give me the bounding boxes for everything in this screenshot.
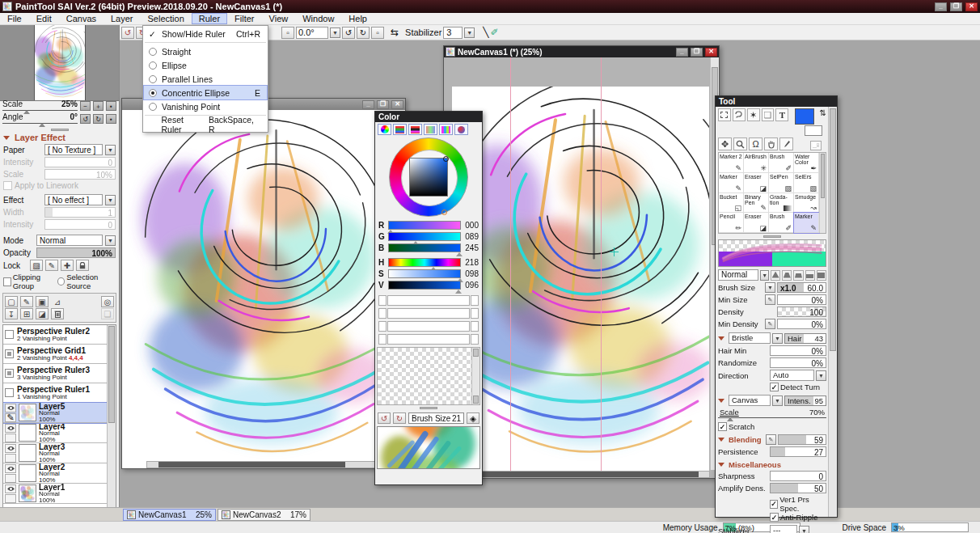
canvas-viewport[interactable] <box>444 57 719 478</box>
tool-marker-selected[interactable]: Marker✎ <box>794 213 819 233</box>
menu-view[interactable]: View <box>262 13 296 24</box>
tool-bucket[interactable]: Bucket◱ <box>719 193 744 214</box>
panel-splitter-handle[interactable] <box>51 129 69 131</box>
horizontal-scrollbar[interactable] <box>444 471 710 478</box>
layer-row-layer1[interactable]: Layer1Normal100% <box>3 484 107 504</box>
tool-panel-scrollbar[interactable] <box>828 107 837 517</box>
menu-ruler[interactable]: Ruler <box>192 13 227 24</box>
swatches-tab[interactable] <box>439 124 453 135</box>
tab-newcanvas1[interactable]: NewCanvas1 25% <box>123 509 216 521</box>
tool-stabilizer-dropdown-button[interactable]: ▼ <box>799 526 809 533</box>
visibility-eye-icon[interactable] <box>5 484 16 493</box>
v-slider[interactable] <box>388 281 461 290</box>
secondary-color-swatch[interactable] <box>805 125 822 136</box>
color-mixer-tab[interactable] <box>424 124 437 135</box>
hue-cursor[interactable] <box>441 209 447 215</box>
ruler-enable-checkbox[interactable] <box>5 349 14 358</box>
lock-opacity-button[interactable]: ▨ <box>30 260 43 271</box>
menu-item-ellipse[interactable]: Ellipse <box>144 58 267 72</box>
scratch-undo-button[interactable]: ↺ <box>378 412 391 424</box>
transfer-down-button[interactable]: ↧ <box>5 308 18 319</box>
min-size-pressure-button[interactable]: ✎ <box>765 294 775 305</box>
rgb-slider-tab[interactable] <box>393 124 407 135</box>
delete-layer-button[interactable] <box>51 308 64 319</box>
undo-button[interactable]: ↺ <box>121 27 134 39</box>
canvas-page[interactable] <box>452 87 709 472</box>
color-wheel[interactable] <box>375 137 482 218</box>
paper-texture-dropdown-button[interactable]: ▼ <box>105 145 116 155</box>
edit-slot[interactable] <box>5 454 16 463</box>
visibility-eye-icon[interactable] <box>5 444 16 453</box>
s-slider[interactable] <box>388 269 461 278</box>
menu-help[interactable]: Help <box>341 13 374 24</box>
menu-item-concentric-ellipse[interactable]: Concentric Ellipse E <box>144 86 267 99</box>
edit-pencil-icon[interactable]: ✎ <box>5 413 16 422</box>
scratchpad-canvas[interactable] <box>377 426 480 469</box>
edit-slot[interactable] <box>5 474 16 483</box>
selection-source-radio[interactable] <box>57 277 65 286</box>
density-slider[interactable]: 100 <box>777 307 826 317</box>
shape-tool[interactable]: ❏ <box>762 108 775 121</box>
lock-all-button[interactable] <box>76 260 89 271</box>
maximize-button[interactable]: ❐ <box>377 100 389 109</box>
new-linework-layer-button[interactable]: ✎ <box>20 296 33 307</box>
canvas-texture-dropdown-button[interactable]: ▼ <box>772 396 783 406</box>
direction-select[interactable]: Auto <box>770 370 814 381</box>
tool-smudge[interactable]: Smudge↝ <box>794 193 819 214</box>
color-window-titlebar[interactable]: Color <box>375 112 482 122</box>
persistence-slider[interactable]: 27 <box>770 446 826 457</box>
min-size-slider[interactable]: 0% <box>777 294 826 305</box>
blending-slider[interactable]: 59 <box>778 434 826 445</box>
rotate-cw-button[interactable]: ↻ <box>357 27 370 39</box>
zoom-tool[interactable] <box>733 137 747 150</box>
minimize-button[interactable]: _ <box>676 48 688 57</box>
hair-count-field[interactable]: Hair 43 <box>784 333 826 344</box>
menu-file[interactable]: File <box>0 13 29 24</box>
scratch-checkbox[interactable] <box>718 422 727 431</box>
menu-edit[interactable]: Edit <box>29 13 59 24</box>
ruler-enable-checkbox[interactable] <box>5 388 14 397</box>
navigator-preview[interactable] <box>0 25 119 101</box>
transparent-color-swatch[interactable] <box>810 141 822 150</box>
close-button[interactable]: ✕ <box>965 2 978 11</box>
texture-scale-slider[interactable]: Scale 70% <box>718 408 826 418</box>
custom-slider-row[interactable] <box>375 334 482 345</box>
visibility-eye-icon[interactable] <box>5 424 16 433</box>
hair-min-slider[interactable]: 0% <box>770 345 826 356</box>
ruler-enable-checkbox[interactable] <box>5 330 14 339</box>
tool-brush2[interactable]: Brush✐ <box>769 213 794 233</box>
horizontal-scrollbar[interactable] <box>146 461 381 468</box>
direction-dropdown-button[interactable]: ▼ <box>816 370 826 381</box>
flip-canvas-icon[interactable]: ⇆ <box>391 27 399 38</box>
canvas-angle-field[interactable]: 0.0° <box>296 27 328 39</box>
lock-pixels-button[interactable]: ✎ <box>45 260 58 271</box>
menu-layer[interactable]: Layer <box>103 13 141 24</box>
rotate-right-button[interactable]: ↻ <box>93 114 103 124</box>
effect-dropdown-button[interactable]: ▼ <box>105 195 116 205</box>
rotate-left-button[interactable]: ↺ <box>80 114 91 124</box>
tool-marker2[interactable]: Marker 2✎ <box>719 153 744 173</box>
brush-edge-shape-2[interactable] <box>782 270 792 281</box>
edit-slot[interactable] <box>5 494 16 503</box>
brush-size-field[interactable]: Brush Size 21 <box>408 412 464 424</box>
brush-edge-shape-4[interactable] <box>805 270 815 281</box>
tool-grid-scrollbar[interactable] <box>819 153 826 233</box>
layer-row-perspective-ruler1[interactable]: Perspective Ruler11 Vanishing Point <box>3 383 107 403</box>
tool-selpen[interactable]: SelPen▨ <box>769 173 794 193</box>
navigator-angle-slider[interactable]: Angle 0° <box>2 112 78 124</box>
menu-canvas[interactable]: Canvas <box>59 13 103 24</box>
active-canvas-titlebar[interactable]: NewCanvas1 (*) (25%) _ ❐ ✕ <box>444 46 719 57</box>
scratch-clear-button[interactable]: ◈ <box>467 412 479 424</box>
sv-cursor[interactable] <box>443 156 449 162</box>
ver1-prs-checkbox[interactable] <box>770 500 778 509</box>
menu-window[interactable]: Window <box>295 13 341 24</box>
zoom-in-button[interactable]: ＋ <box>93 101 103 111</box>
rotate-reset-button[interactable]: ▪ <box>106 114 116 124</box>
snap-brush-icon[interactable]: ✐ <box>491 27 499 38</box>
tool-marker[interactable]: Marker✎ <box>719 173 744 193</box>
effect-select[interactable]: [ No effect ] <box>44 194 103 205</box>
layer-row-perspective-ruler3[interactable]: Perspective Ruler33 Vanishing Point <box>3 364 107 383</box>
brush-size-unit-dropdown[interactable]: ▼ <box>765 282 775 293</box>
layer-row-layer4[interactable]: Layer4Normal100% <box>3 423 107 443</box>
rotate-ccw-button[interactable]: ↺ <box>342 27 355 39</box>
